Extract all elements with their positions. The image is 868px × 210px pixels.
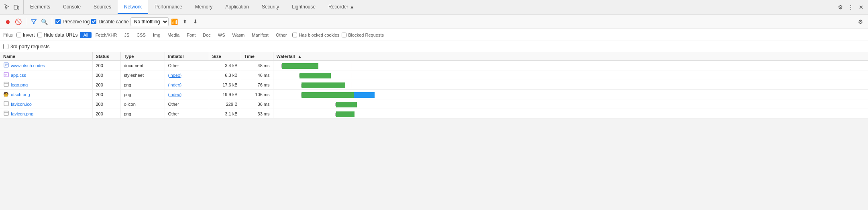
size-cell: 19.9 kB bbox=[209, 90, 241, 99]
tab-memory[interactable]: Memory bbox=[189, 0, 219, 14]
file-icon: 🧑 bbox=[3, 92, 9, 97]
blocked-requests-checkbox[interactable] bbox=[342, 33, 346, 37]
initiator-link[interactable]: (index) bbox=[168, 92, 182, 97]
invert-group[interactable]: Invert bbox=[16, 32, 35, 38]
filter-icon[interactable] bbox=[29, 17, 38, 26]
time-cell: 106 ms bbox=[241, 90, 273, 99]
table-row[interactable]: favicon.png 200 png Other 3.1 kB 33 ms bbox=[0, 109, 868, 119]
initiator-link[interactable]: (index) bbox=[168, 73, 182, 78]
initiator-text: Other bbox=[168, 63, 179, 68]
hide-data-urls-checkbox[interactable] bbox=[37, 33, 42, 37]
divider-1 bbox=[26, 18, 26, 25]
clear-button[interactable]: 🚫 bbox=[14, 17, 22, 26]
svg-rect-0 bbox=[14, 5, 17, 9]
filter-pill-img[interactable]: Img bbox=[150, 32, 163, 38]
col-header-name[interactable]: Name bbox=[0, 52, 92, 61]
initiator-cell: (index) bbox=[165, 80, 209, 90]
waterfall-cell bbox=[273, 99, 868, 109]
invert-label: Invert bbox=[23, 32, 35, 38]
record-button[interactable]: ⏺ bbox=[3, 17, 12, 26]
filter-pill-doc[interactable]: Doc bbox=[200, 32, 214, 38]
initiator-link[interactable]: (index) bbox=[168, 82, 182, 87]
tab-elements[interactable]: Elements bbox=[24, 0, 57, 14]
file-name[interactable]: otsch.png bbox=[11, 92, 30, 97]
throttle-group: No throttling Fast 3G Slow 3G bbox=[130, 17, 169, 26]
filter-pill-wasm[interactable]: Wasm bbox=[229, 32, 248, 38]
tab-lighthouse[interactable]: Lighthouse bbox=[285, 0, 322, 14]
third-party-checkbox[interactable] bbox=[3, 44, 8, 49]
tab-sources[interactable]: Sources bbox=[87, 0, 118, 14]
col-header-status[interactable]: Status bbox=[92, 52, 120, 61]
tab-console[interactable]: Console bbox=[57, 0, 87, 14]
import-har-icon[interactable]: ⬆ bbox=[181, 17, 189, 26]
wifi-icon[interactable]: 📶 bbox=[170, 17, 179, 26]
has-blocked-cookies-group[interactable]: Has blocked cookies bbox=[292, 33, 339, 37]
file-icon: ✏ bbox=[3, 72, 9, 78]
network-table-wrapper: Name Status Type Initiator Size Time Wat… bbox=[0, 52, 868, 119]
filter-pill-js[interactable]: JS bbox=[121, 32, 132, 38]
filter-pill-manifest[interactable]: Manifest bbox=[249, 32, 272, 38]
tab-performance[interactable]: Performance bbox=[148, 0, 189, 14]
network-toolbar: ⏺ 🚫 🔍 Preserve log Disable cache No thro… bbox=[0, 14, 868, 29]
col-header-time[interactable]: Time bbox=[241, 52, 273, 61]
col-header-type[interactable]: Type bbox=[120, 52, 165, 61]
blocked-requests-group[interactable]: Blocked Requests bbox=[342, 33, 384, 37]
status-cell: 200 bbox=[92, 90, 120, 99]
filter-pill-fetchxhr[interactable]: Fetch/XHR bbox=[92, 32, 120, 38]
type-cell: png bbox=[120, 90, 165, 99]
tab-application[interactable]: Application bbox=[219, 0, 255, 14]
has-blocked-cookies-label: Has blocked cookies bbox=[299, 33, 339, 37]
disable-cache-checkbox[interactable] bbox=[91, 19, 96, 24]
status-cell: 200 bbox=[92, 70, 120, 80]
filter-pill-font[interactable]: Font bbox=[183, 32, 199, 38]
filter-pill-css[interactable]: CSS bbox=[133, 32, 149, 38]
search-icon[interactable]: 🔍 bbox=[40, 17, 49, 26]
tab-recorder[interactable]: Recorder ▲ bbox=[322, 0, 361, 14]
inspect-icon[interactable] bbox=[3, 4, 10, 11]
export-har-icon[interactable]: ⬇ bbox=[191, 17, 200, 26]
invert-checkbox[interactable] bbox=[16, 33, 21, 37]
preserve-log-label: Preserve log bbox=[63, 19, 90, 25]
file-icon bbox=[3, 62, 9, 68]
time-cell: 46 ms bbox=[241, 70, 273, 80]
hide-data-urls-group[interactable]: Hide data URLs bbox=[37, 32, 78, 38]
preserve-log-group[interactable]: Preserve log bbox=[55, 19, 90, 25]
filter-bar: Filter Invert Hide data URLs All Fetch/X… bbox=[0, 29, 868, 41]
file-name[interactable]: favicon.ico bbox=[11, 102, 32, 107]
tab-network[interactable]: Network bbox=[118, 0, 148, 14]
filter-pill-all[interactable]: All bbox=[80, 32, 91, 38]
table-row[interactable]: 🧑 otsch.png 200 png (index) 19.9 kB 106 … bbox=[0, 90, 868, 99]
file-name[interactable]: favicon.png bbox=[11, 111, 33, 116]
status-cell: 200 bbox=[92, 99, 120, 109]
more-options-icon[interactable]: ⋮ bbox=[847, 4, 854, 11]
disable-cache-group[interactable]: Disable cache bbox=[91, 19, 128, 25]
network-settings-icon[interactable]: ⚙ bbox=[856, 17, 865, 26]
col-header-waterfall[interactable]: Waterfall ▲ bbox=[273, 52, 868, 61]
filter-pill-ws[interactable]: WS bbox=[215, 32, 228, 38]
throttle-select[interactable]: No throttling Fast 3G Slow 3G bbox=[130, 17, 169, 26]
device-icon[interactable] bbox=[13, 4, 20, 11]
waterfall-cell bbox=[273, 70, 868, 80]
filter-label: Filter bbox=[3, 32, 14, 38]
filter-pill-media[interactable]: Media bbox=[164, 32, 183, 38]
preserve-log-checkbox[interactable] bbox=[55, 19, 61, 24]
table-row[interactable]: logo.png 200 png (index) 17.6 kB 76 ms bbox=[0, 80, 868, 90]
table-row[interactable]: www.otsch.codes 200 document Other 3.4 k… bbox=[0, 61, 868, 70]
col-header-size[interactable]: Size bbox=[209, 52, 241, 61]
file-name[interactable]: www.otsch.codes bbox=[11, 63, 45, 68]
table-row[interactable]: favicon.ico 200 x-icon Other 229 B 36 ms bbox=[0, 99, 868, 109]
time-cell: 33 ms bbox=[241, 109, 273, 119]
close-icon[interactable]: ✕ bbox=[858, 4, 865, 11]
file-name[interactable]: logo.png bbox=[11, 82, 28, 87]
has-blocked-cookies-checkbox[interactable] bbox=[292, 33, 297, 37]
status-cell: 200 bbox=[92, 109, 120, 119]
name-cell: favicon.png bbox=[0, 109, 92, 119]
type-cell: stylesheet bbox=[120, 70, 165, 80]
col-header-initiator[interactable]: Initiator bbox=[165, 52, 209, 61]
settings-icon[interactable]: ⚙ bbox=[837, 4, 844, 11]
table-row[interactable]: ✏ app.css 200 stylesheet (index) 6.3 kB … bbox=[0, 70, 868, 80]
file-name[interactable]: app.css bbox=[11, 73, 26, 78]
name-cell: www.otsch.codes bbox=[0, 61, 92, 70]
filter-pill-other[interactable]: Other bbox=[273, 32, 290, 38]
tab-security[interactable]: Security bbox=[255, 0, 285, 14]
